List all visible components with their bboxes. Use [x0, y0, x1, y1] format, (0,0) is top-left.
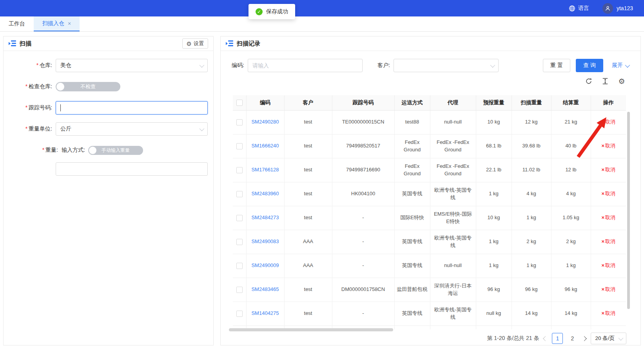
refresh-icon[interactable] [585, 77, 593, 85]
check-warehouse-toggle[interactable]: 不检查 [56, 82, 120, 91]
input-mode-label: 输入方式: [62, 147, 85, 154]
forecast-weight-cell: 1 kg [476, 230, 512, 254]
customer-cell: AAA [284, 230, 332, 254]
record-code-link[interactable]: SM2483465 [251, 286, 279, 292]
column-settings-gear-icon[interactable]: ⚙ [618, 77, 626, 85]
required-mark: * [42, 147, 44, 153]
table-toolbar: ⚙ [585, 77, 626, 85]
required-mark: * [25, 83, 27, 89]
row-checkbox[interactable] [236, 263, 243, 269]
warehouse-row: *仓库: 美仓 [4, 59, 208, 72]
record-code-link[interactable]: SM1404275 [251, 310, 279, 316]
warehouse-label: 仓库: [40, 62, 52, 68]
cancel-button[interactable]: ×取消 [601, 167, 615, 173]
tracking-input[interactable] [56, 101, 208, 115]
select-all-checkbox[interactable] [236, 100, 243, 106]
page-number[interactable]: 2 [567, 333, 578, 344]
tab-close-icon[interactable]: × [68, 20, 71, 27]
row-checkbox[interactable] [236, 287, 243, 293]
record-code-link[interactable]: SM1666240 [251, 143, 279, 149]
ship-method-cell: FedEx Ground [394, 134, 430, 158]
globe-icon [569, 5, 575, 12]
cancel-button[interactable]: ×取消 [601, 286, 615, 292]
chevron-down-icon [200, 62, 205, 67]
scan-weight-cell: 2 kg [512, 230, 551, 254]
column-header: 客户 [284, 95, 332, 110]
scan-weight-cell: 12 kg [512, 110, 551, 134]
record-code-link[interactable]: SM2490009 [251, 262, 279, 268]
column-header: 编码 [246, 95, 284, 110]
settings-label: 设置 [194, 40, 204, 47]
row-checkbox[interactable] [236, 119, 243, 125]
weight-unit-select[interactable]: 公斤 [56, 122, 208, 136]
cancel-x-icon: × [601, 143, 604, 149]
chevron-down-icon [625, 62, 630, 67]
query-button[interactable]: 查询 [576, 59, 603, 72]
forecast-weight-cell: 1 kg [476, 182, 512, 206]
table-header-row: 编码客户跟踪号码运送方式代理预报重量扫描重量结算重操作 [233, 95, 626, 110]
user-menu[interactable]: yta123 [602, 3, 633, 14]
language-switcher[interactable]: 语言 [569, 5, 589, 12]
column-header: 跟踪号码 [332, 95, 394, 110]
reset-button[interactable]: 重置 [543, 59, 570, 72]
record-code-link[interactable]: SM2484273 [251, 214, 279, 220]
scan-weight-cell: 1 kg [512, 206, 551, 230]
ship-method-cell: 英国专线 [394, 254, 430, 278]
table-row: SM1404275test-英国专线欧洲专线-英国专线null kg14 kg1… [233, 302, 626, 325]
table-header: 编码客户跟踪号码运送方式代理预报重量扫描重量结算重操作 [233, 95, 626, 110]
code-filter-input[interactable] [248, 59, 363, 72]
table-row: SM1666240test794998520517FedEx GroundFed… [233, 134, 626, 158]
avatar [602, 3, 613, 14]
tracking-cell: - [332, 302, 394, 325]
expand-button[interactable]: 展开 [612, 62, 629, 69]
page-number[interactable]: 1 [552, 333, 563, 344]
record-code-link[interactable]: SM2483960 [251, 191, 279, 196]
cancel-button[interactable]: ×取消 [601, 119, 615, 125]
forecast-weight-cell: 96 kg [476, 278, 512, 302]
records-table: 编码客户跟踪号码运送方式代理预报重量扫描重量结算重操作 SM2490280tes… [233, 95, 626, 329]
scan-panel-header: 扫描 ⚙ 设置 [4, 36, 213, 51]
cancel-button[interactable]: ×取消 [601, 262, 615, 268]
check-warehouse-row: *检查仓库: 不检查 [4, 80, 208, 93]
warehouse-select[interactable]: 美仓 [56, 59, 208, 72]
cancel-button[interactable]: ×取消 [601, 214, 615, 220]
weight-input[interactable] [56, 162, 208, 176]
page-size-select[interactable]: 20 条/页 [591, 333, 626, 344]
agent-cell: null-null [430, 110, 476, 134]
ship-method-cell: 英国专线 [394, 182, 430, 206]
row-checkbox[interactable] [236, 167, 243, 173]
warehouse-value: 美仓 [60, 62, 71, 69]
customer-filter-label: 客户: [377, 62, 390, 69]
row-checkbox[interactable] [236, 215, 243, 221]
cancel-button[interactable]: ×取消 [601, 310, 615, 316]
required-mark: * [25, 125, 27, 132]
column-header: 操作 [591, 95, 626, 110]
forecast-weight-cell: 10 kg [476, 206, 512, 230]
row-checkbox[interactable] [236, 239, 243, 245]
vertical-scrollbar[interactable] [627, 112, 630, 309]
row-height-icon[interactable] [601, 77, 609, 85]
cancel-button[interactable]: ×取消 [601, 143, 615, 149]
input-mode-toggle[interactable]: 手动输入重量 [88, 146, 143, 155]
column-header: 运送方式 [394, 95, 430, 110]
agent-cell: 欧洲专线-英国专线 [430, 230, 476, 254]
settle-weight-cell: 96 kg [551, 278, 591, 302]
weight-mode-row: *重量: 输入方式: 手动输入重量 [4, 144, 208, 157]
ship-method-cell: test88 [394, 110, 430, 134]
record-code-link[interactable]: SM2490083 [251, 238, 279, 244]
row-checkbox[interactable] [236, 311, 243, 317]
cancel-button[interactable]: ×取消 [601, 191, 615, 196]
customer-filter-select[interactable] [394, 59, 499, 72]
agent-cell: null-null [430, 254, 476, 278]
prev-page-icon[interactable] [543, 336, 548, 341]
settings-button[interactable]: ⚙ 设置 [182, 38, 208, 49]
tab-scan-inbound[interactable]: 扫描入仓 × [34, 16, 80, 31]
next-page-icon[interactable] [582, 336, 587, 341]
record-code-link[interactable]: SM1766128 [251, 167, 279, 173]
cancel-button[interactable]: ×取消 [601, 238, 615, 244]
row-checkbox[interactable] [236, 143, 243, 149]
row-checkbox[interactable] [236, 191, 243, 197]
record-code-link[interactable]: SM2490280 [251, 119, 279, 125]
horizontal-scrollbar[interactable] [229, 328, 393, 331]
tab-workbench[interactable]: 工作台 [0, 16, 34, 31]
